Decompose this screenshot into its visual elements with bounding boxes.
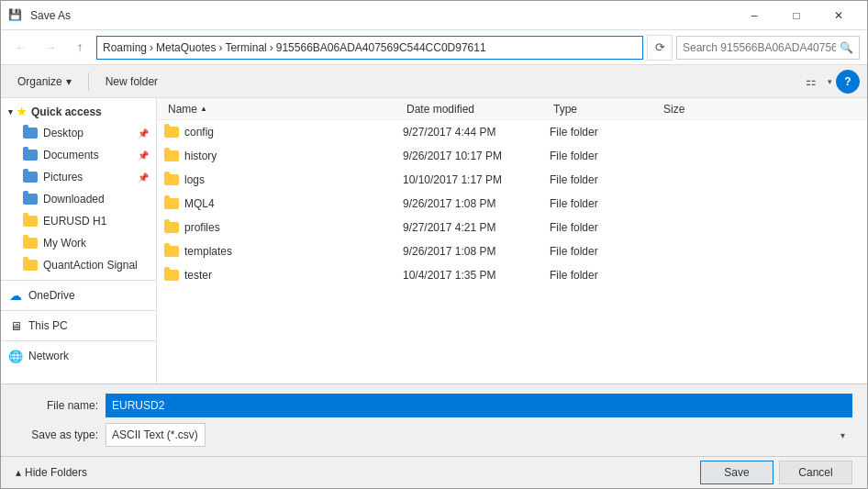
help-button[interactable]: ? xyxy=(836,70,860,94)
organize-label: Organize xyxy=(17,75,62,88)
table-row[interactable]: profiles 9/27/2017 4:21 PM File folder xyxy=(157,216,867,239)
breadcrumb-metaquotes[interactable]: MetaQuotes xyxy=(156,41,216,54)
new-folder-label: New folder xyxy=(106,75,158,88)
window-icon: 💾 xyxy=(8,8,23,23)
breadcrumb-roaming[interactable]: Roaming xyxy=(103,41,147,54)
sidebar-item-my-work[interactable]: My Work xyxy=(1,232,156,254)
bottom-form: File name: Save as type: ASCII Text (*.c… xyxy=(1,383,867,456)
thispc-icon: 🖥 xyxy=(8,318,23,333)
breadcrumb-id[interactable]: 915566BA06ADA407569C544CC0D97611 xyxy=(276,41,486,54)
address-path[interactable]: Roaming › MetaQuotes › Terminal › 915566… xyxy=(96,36,643,60)
table-row[interactable]: logs 10/10/2017 1:17 PM File folder xyxy=(157,168,867,192)
toolbar-right: ⚏ ▾ ? xyxy=(798,70,860,94)
quick-access-section: ▾ ★ Quick access Desktop 📌 Documents xyxy=(1,102,156,276)
close-button[interactable]: ✕ xyxy=(818,1,860,30)
minimize-button[interactable]: – xyxy=(733,1,775,30)
view-button[interactable]: ⚏ xyxy=(798,70,824,94)
table-row[interactable]: MQL4 9/26/2017 1:08 PM File folder xyxy=(157,192,867,216)
file-name: templates xyxy=(184,245,232,258)
sidebar-item-downloaded[interactable]: Downloaded xyxy=(1,188,156,210)
onedrive-label: OneDrive xyxy=(28,289,75,302)
cancel-button[interactable]: Cancel xyxy=(779,461,852,484)
sidebar-item-network[interactable]: 🌐 Network xyxy=(1,345,156,367)
sidebar-item-quantaction-label: QuantAction Signal xyxy=(43,259,138,272)
toolbar: Organize ▾ New folder ⚏ ▾ ? xyxy=(1,65,867,98)
eurusd-folder-icon xyxy=(23,214,38,228)
sidebar-item-pictures-label: Pictures xyxy=(43,171,83,183)
table-row[interactable]: history 9/26/2017 10:17 PM File folder xyxy=(157,144,867,168)
sidebar-item-documents-label: Documents xyxy=(43,149,99,161)
desktop-folder-icon xyxy=(23,126,38,140)
file-name: history xyxy=(184,150,217,162)
file-type: File folder xyxy=(550,173,660,186)
network-label: Network xyxy=(28,350,69,362)
col-header-date[interactable]: Date modified xyxy=(403,103,550,116)
sidebar-divider-1 xyxy=(1,280,156,281)
quick-access-icon: ★ xyxy=(17,106,27,118)
network-icon: 🌐 xyxy=(8,349,23,363)
col-header-type[interactable]: Type xyxy=(550,103,660,116)
sidebar-item-onedrive[interactable]: ☁ OneDrive xyxy=(1,284,156,306)
file-name: MQL4 xyxy=(184,197,215,210)
hide-folders-button[interactable]: ▴ Hide Folders xyxy=(16,466,87,479)
organize-button[interactable]: Organize ▾ xyxy=(8,70,81,94)
file-date: 9/27/2017 4:44 PM xyxy=(403,126,550,139)
file-list-header: Name ▲ Date modified Type Size xyxy=(157,98,867,120)
filename-input[interactable] xyxy=(106,394,852,417)
quick-access-chevron-icon: ▾ xyxy=(8,107,13,117)
file-rows-container: config 9/27/2017 4:44 PM File folder his… xyxy=(157,120,867,287)
folder-icon xyxy=(164,127,179,138)
sidebar-item-thispc[interactable]: 🖥 This PC xyxy=(1,315,156,337)
sidebar-item-desktop[interactable]: Desktop 📌 xyxy=(1,122,156,144)
folder-icon xyxy=(164,222,179,233)
file-type: File folder xyxy=(550,221,660,234)
file-type: File folder xyxy=(550,150,660,162)
refresh-button[interactable]: ⟳ xyxy=(647,35,673,61)
file-date: 9/26/2017 1:08 PM xyxy=(403,197,550,210)
sidebar-item-eurusd-h1[interactable]: EURUSD H1 xyxy=(1,210,156,232)
filename-label: File name: xyxy=(16,399,98,412)
pin-icon-3: 📌 xyxy=(138,172,149,183)
up-button[interactable]: ↑ xyxy=(67,35,93,61)
new-folder-button[interactable]: New folder xyxy=(96,70,167,94)
title-bar: 💾 Save As – □ ✕ xyxy=(1,1,867,30)
col-header-size[interactable]: Size xyxy=(660,103,733,116)
sort-icon: ▲ xyxy=(200,105,207,113)
onedrive-icon: ☁ xyxy=(8,288,23,303)
thispc-label: This PC xyxy=(28,319,68,332)
folder-icon xyxy=(164,150,179,161)
file-date: 9/27/2017 4:21 PM xyxy=(403,221,550,234)
sidebar-item-pictures[interactable]: Pictures 📌 xyxy=(1,166,156,188)
file-list: Name ▲ Date modified Type Size config xyxy=(157,98,867,383)
search-input[interactable] xyxy=(683,41,836,54)
sidebar-item-documents[interactable]: Documents 📌 xyxy=(1,144,156,166)
quick-access-header[interactable]: ▾ ★ Quick access xyxy=(1,102,156,122)
toolbar-separator xyxy=(88,72,89,91)
downloaded-folder-icon xyxy=(23,192,38,206)
search-box: 🔍 xyxy=(676,36,860,60)
file-type: File folder xyxy=(550,197,660,210)
table-row[interactable]: templates 9/26/2017 1:08 PM File folder xyxy=(157,239,867,263)
view-chevron-icon: ▾ xyxy=(828,77,832,86)
table-row[interactable]: tester 10/4/2017 1:35 PM File folder xyxy=(157,263,867,287)
table-row[interactable]: config 9/27/2017 4:44 PM File folder xyxy=(157,120,867,144)
bottom-footer: ▴ Hide Folders Save Cancel xyxy=(1,456,867,488)
save-button[interactable]: Save xyxy=(700,461,773,484)
sidebar-item-desktop-label: Desktop xyxy=(43,127,83,139)
sidebar-item-mywork-label: My Work xyxy=(43,237,86,250)
organize-chevron-icon: ▾ xyxy=(66,75,72,88)
title-controls: – □ ✕ xyxy=(733,1,860,30)
savetype-select[interactable]: ASCII Text (*.csv) CSV (*.csv) Text (*.t… xyxy=(106,423,206,447)
file-date: 9/26/2017 10:17 PM xyxy=(403,150,550,162)
sidebar-item-eurusd-label: EURUSD H1 xyxy=(43,215,106,228)
file-date: 9/26/2017 1:08 PM xyxy=(403,245,550,258)
col-header-name[interactable]: Name ▲ xyxy=(164,103,403,116)
folder-icon xyxy=(164,246,179,257)
breadcrumb-terminal[interactable]: Terminal xyxy=(225,41,266,54)
savetype-row: Save as type: ASCII Text (*.csv) CSV (*.… xyxy=(16,423,852,447)
sidebar-item-quantaction[interactable]: QuantAction Signal xyxy=(1,254,156,276)
quick-access-label: Quick access xyxy=(31,106,102,118)
maximize-button[interactable]: □ xyxy=(775,1,818,30)
main-area: ▾ ★ Quick access Desktop 📌 Documents xyxy=(1,98,867,383)
file-name: config xyxy=(184,126,214,139)
